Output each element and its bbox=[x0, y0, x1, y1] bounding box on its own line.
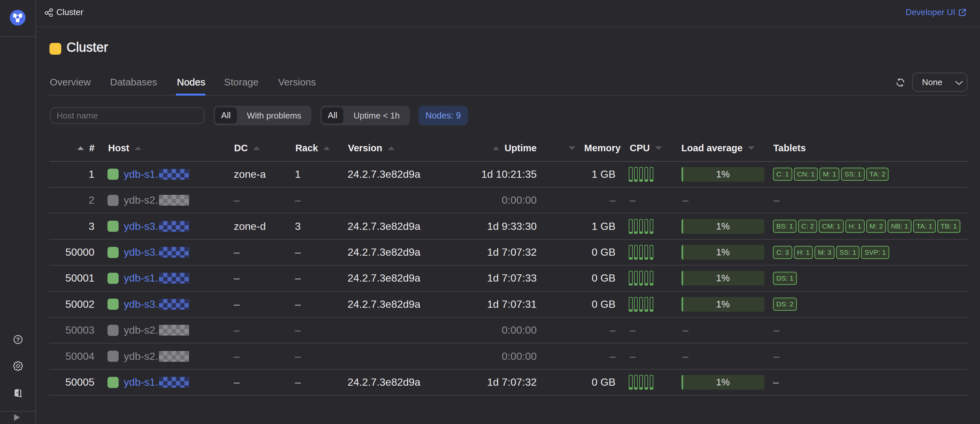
svg-text:?: ? bbox=[16, 336, 20, 343]
